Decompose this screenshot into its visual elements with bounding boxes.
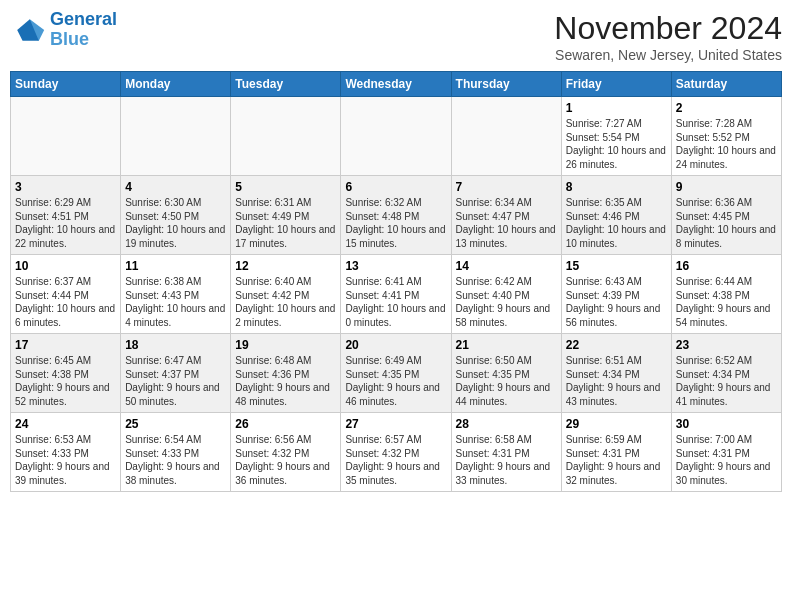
day-number: 8 [566,180,667,194]
calendar-cell: 20Sunrise: 6:49 AM Sunset: 4:35 PM Dayli… [341,334,451,413]
day-number: 27 [345,417,446,431]
calendar-cell: 15Sunrise: 6:43 AM Sunset: 4:39 PM Dayli… [561,255,671,334]
calendar-cell: 9Sunrise: 6:36 AM Sunset: 4:45 PM Daylig… [671,176,781,255]
day-info: Sunrise: 7:27 AM Sunset: 5:54 PM Dayligh… [566,117,667,171]
day-number: 26 [235,417,336,431]
day-number: 11 [125,259,226,273]
day-info: Sunrise: 6:57 AM Sunset: 4:32 PM Dayligh… [345,433,446,487]
day-number: 10 [15,259,116,273]
column-header-sunday: Sunday [11,72,121,97]
calendar-cell: 28Sunrise: 6:58 AM Sunset: 4:31 PM Dayli… [451,413,561,492]
day-info: Sunrise: 6:48 AM Sunset: 4:36 PM Dayligh… [235,354,336,408]
logo: General Blue [10,10,117,50]
calendar-cell: 24Sunrise: 6:53 AM Sunset: 4:33 PM Dayli… [11,413,121,492]
calendar-cell: 22Sunrise: 6:51 AM Sunset: 4:34 PM Dayli… [561,334,671,413]
calendar-cell: 17Sunrise: 6:45 AM Sunset: 4:38 PM Dayli… [11,334,121,413]
calendar-cell: 19Sunrise: 6:48 AM Sunset: 4:36 PM Dayli… [231,334,341,413]
day-number: 3 [15,180,116,194]
day-info: Sunrise: 6:49 AM Sunset: 4:35 PM Dayligh… [345,354,446,408]
calendar-week-row: 17Sunrise: 6:45 AM Sunset: 4:38 PM Dayli… [11,334,782,413]
day-info: Sunrise: 6:38 AM Sunset: 4:43 PM Dayligh… [125,275,226,329]
day-info: Sunrise: 6:45 AM Sunset: 4:38 PM Dayligh… [15,354,116,408]
day-number: 2 [676,101,777,115]
day-info: Sunrise: 7:28 AM Sunset: 5:52 PM Dayligh… [676,117,777,171]
day-info: Sunrise: 6:40 AM Sunset: 4:42 PM Dayligh… [235,275,336,329]
column-header-tuesday: Tuesday [231,72,341,97]
calendar-cell: 4Sunrise: 6:30 AM Sunset: 4:50 PM Daylig… [121,176,231,255]
day-info: Sunrise: 6:52 AM Sunset: 4:34 PM Dayligh… [676,354,777,408]
day-number: 16 [676,259,777,273]
day-number: 12 [235,259,336,273]
calendar-cell [341,97,451,176]
day-number: 23 [676,338,777,352]
day-info: Sunrise: 6:54 AM Sunset: 4:33 PM Dayligh… [125,433,226,487]
calendar-cell: 3Sunrise: 6:29 AM Sunset: 4:51 PM Daylig… [11,176,121,255]
column-header-friday: Friday [561,72,671,97]
calendar-cell [231,97,341,176]
day-number: 1 [566,101,667,115]
calendar-cell: 14Sunrise: 6:42 AM Sunset: 4:40 PM Dayli… [451,255,561,334]
calendar-cell: 7Sunrise: 6:34 AM Sunset: 4:47 PM Daylig… [451,176,561,255]
day-number: 22 [566,338,667,352]
day-number: 5 [235,180,336,194]
day-number: 15 [566,259,667,273]
day-number: 17 [15,338,116,352]
calendar-cell: 13Sunrise: 6:41 AM Sunset: 4:41 PM Dayli… [341,255,451,334]
day-info: Sunrise: 6:29 AM Sunset: 4:51 PM Dayligh… [15,196,116,250]
day-info: Sunrise: 6:53 AM Sunset: 4:33 PM Dayligh… [15,433,116,487]
column-header-wednesday: Wednesday [341,72,451,97]
calendar-cell: 16Sunrise: 6:44 AM Sunset: 4:38 PM Dayli… [671,255,781,334]
calendar-header-row: SundayMondayTuesdayWednesdayThursdayFrid… [11,72,782,97]
calendar-week-row: 10Sunrise: 6:37 AM Sunset: 4:44 PM Dayli… [11,255,782,334]
title-block: November 2024 Sewaren, New Jersey, Unite… [554,10,782,63]
page-subtitle: Sewaren, New Jersey, United States [554,47,782,63]
calendar-cell: 26Sunrise: 6:56 AM Sunset: 4:32 PM Dayli… [231,413,341,492]
column-header-thursday: Thursday [451,72,561,97]
day-number: 21 [456,338,557,352]
day-info: Sunrise: 6:51 AM Sunset: 4:34 PM Dayligh… [566,354,667,408]
day-number: 30 [676,417,777,431]
logo-icon [10,12,46,48]
calendar-cell: 12Sunrise: 6:40 AM Sunset: 4:42 PM Dayli… [231,255,341,334]
page-header: General Blue November 2024 Sewaren, New … [10,10,782,63]
calendar-cell: 18Sunrise: 6:47 AM Sunset: 4:37 PM Dayli… [121,334,231,413]
calendar-cell: 25Sunrise: 6:54 AM Sunset: 4:33 PM Dayli… [121,413,231,492]
day-info: Sunrise: 6:34 AM Sunset: 4:47 PM Dayligh… [456,196,557,250]
column-header-monday: Monday [121,72,231,97]
calendar-cell [11,97,121,176]
day-info: Sunrise: 6:50 AM Sunset: 4:35 PM Dayligh… [456,354,557,408]
calendar-week-row: 1Sunrise: 7:27 AM Sunset: 5:54 PM Daylig… [11,97,782,176]
day-number: 6 [345,180,446,194]
calendar-cell: 6Sunrise: 6:32 AM Sunset: 4:48 PM Daylig… [341,176,451,255]
calendar-cell: 5Sunrise: 6:31 AM Sunset: 4:49 PM Daylig… [231,176,341,255]
day-number: 18 [125,338,226,352]
day-number: 13 [345,259,446,273]
calendar-cell: 21Sunrise: 6:50 AM Sunset: 4:35 PM Dayli… [451,334,561,413]
day-info: Sunrise: 6:44 AM Sunset: 4:38 PM Dayligh… [676,275,777,329]
day-number: 9 [676,180,777,194]
day-number: 4 [125,180,226,194]
day-info: Sunrise: 6:59 AM Sunset: 4:31 PM Dayligh… [566,433,667,487]
day-number: 28 [456,417,557,431]
logo-text: General Blue [50,10,117,50]
calendar-cell [451,97,561,176]
page-title: November 2024 [554,10,782,47]
day-info: Sunrise: 6:36 AM Sunset: 4:45 PM Dayligh… [676,196,777,250]
day-info: Sunrise: 6:58 AM Sunset: 4:31 PM Dayligh… [456,433,557,487]
day-info: Sunrise: 6:47 AM Sunset: 4:37 PM Dayligh… [125,354,226,408]
calendar-cell: 2Sunrise: 7:28 AM Sunset: 5:52 PM Daylig… [671,97,781,176]
day-info: Sunrise: 6:35 AM Sunset: 4:46 PM Dayligh… [566,196,667,250]
day-number: 14 [456,259,557,273]
calendar-cell: 10Sunrise: 6:37 AM Sunset: 4:44 PM Dayli… [11,255,121,334]
day-info: Sunrise: 6:31 AM Sunset: 4:49 PM Dayligh… [235,196,336,250]
calendar-cell [121,97,231,176]
calendar-cell: 8Sunrise: 6:35 AM Sunset: 4:46 PM Daylig… [561,176,671,255]
calendar-cell: 11Sunrise: 6:38 AM Sunset: 4:43 PM Dayli… [121,255,231,334]
day-number: 29 [566,417,667,431]
day-number: 19 [235,338,336,352]
calendar-cell: 29Sunrise: 6:59 AM Sunset: 4:31 PM Dayli… [561,413,671,492]
day-info: Sunrise: 7:00 AM Sunset: 4:31 PM Dayligh… [676,433,777,487]
calendar-cell: 23Sunrise: 6:52 AM Sunset: 4:34 PM Dayli… [671,334,781,413]
day-info: Sunrise: 6:30 AM Sunset: 4:50 PM Dayligh… [125,196,226,250]
day-info: Sunrise: 6:43 AM Sunset: 4:39 PM Dayligh… [566,275,667,329]
